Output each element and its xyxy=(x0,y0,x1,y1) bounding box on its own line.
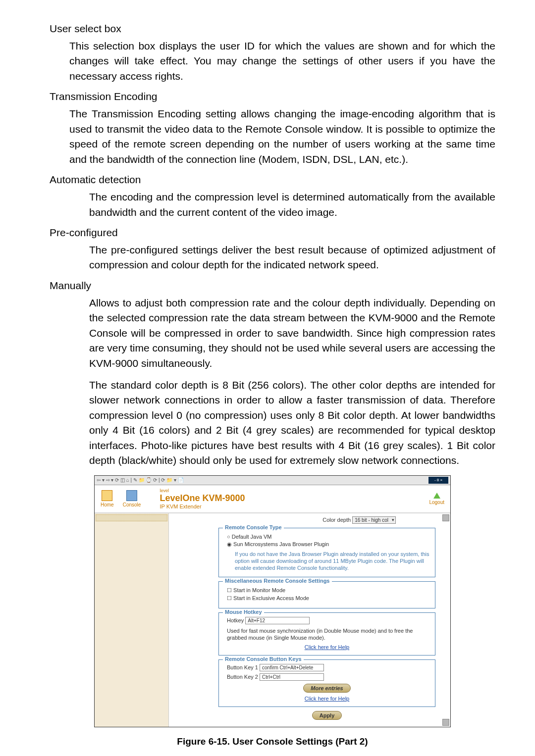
check-exclusive-mode[interactable]: ☐ Start in Exclusive Access Mode xyxy=(227,595,430,602)
heading-automatic-detection: Automatic detection xyxy=(50,174,495,186)
legend-misc-settings: Miscellaneous Remote Console Settings xyxy=(223,578,332,584)
apply-button[interactable]: Apply xyxy=(312,711,342,720)
button-key2-input[interactable]: Ctrl+Ctrl xyxy=(260,673,324,681)
button-key1-label: Button Key 1 xyxy=(227,664,258,670)
hotkey-input[interactable]: Alt+F12 xyxy=(245,617,310,624)
figure-caption: Figure 6-15. User Console Settings (Part… xyxy=(50,736,495,747)
app-title: LevelOne KVM-9000 xyxy=(160,493,245,504)
body-user-select-box: This selection box displays the user ID … xyxy=(69,39,495,84)
fieldset-remote-console-type: Remote Console Type ○ Default Java VM ◉ … xyxy=(218,528,435,577)
heading-pre-configured: Pre-configured xyxy=(50,227,495,239)
body-manually-1: Allows to adjust both compression rate a… xyxy=(89,296,495,371)
sidebar-node[interactable] xyxy=(96,514,167,521)
hotkey-label: Hotkey xyxy=(227,617,244,623)
scrollbar-up[interactable] xyxy=(442,514,449,521)
nav-home[interactable]: Home xyxy=(101,490,114,507)
window-controls[interactable]: - 8 × xyxy=(428,477,448,484)
logout-button[interactable]: Logout xyxy=(429,493,444,505)
body-transmission-encoding: The Transmission Encoding setting allows… xyxy=(69,106,495,167)
more-entries-button[interactable]: More entries xyxy=(303,684,350,693)
fieldset-button-keys: Remote Console Button Keys Button Key 1 … xyxy=(218,659,435,707)
color-depth-label: Color depth xyxy=(322,517,351,523)
nav-console-label: Console xyxy=(123,502,141,507)
console-icon xyxy=(126,490,137,501)
body-automatic-detection: The encoding and the compression level i… xyxy=(89,190,495,220)
button-key1-input[interactable]: confirm Ctrl+Alt+Delete xyxy=(260,664,324,671)
logout-label: Logout xyxy=(429,500,444,505)
nav-home-label: Home xyxy=(101,502,114,507)
legend-remote-console-type: Remote Console Type xyxy=(223,524,284,530)
heading-manually: Manually xyxy=(50,280,495,292)
hotkey-help-link[interactable]: Click here for Help xyxy=(224,644,430,650)
fieldset-misc-settings: Miscellaneous Remote Console Settings ☐ … xyxy=(218,581,435,608)
check-exclusive-mode-label: Start in Exclusive Access Mode xyxy=(233,595,309,601)
check-monitor-mode-label: Start in Monitor Mode xyxy=(233,587,285,593)
body-manually-2: The standard color depth is 8 Bit (256 c… xyxy=(89,378,495,468)
rct-info-text: If you do not have the Java Browser Plug… xyxy=(235,551,430,572)
radio-sun-plugin-label: Sun Microsystems Java Browser Plugin xyxy=(233,541,329,547)
heading-user-select-box: User select box xyxy=(50,23,495,35)
fieldset-mouse-hotkey: Mouse Hotkey Hotkey Alt+F12 Used for fas… xyxy=(218,612,435,656)
embedded-screenshot: ⇦ ▾ ⇨ ▾ ⟳ ◫ ⌂ | ✎ 📁 ⌚ ⟳ | ⟳ 📁 ▾ 📄 - 8 × … xyxy=(94,475,451,727)
radio-sun-plugin[interactable]: ◉ Sun Microsystems Java Browser Plugin xyxy=(227,541,430,548)
legend-button-keys: Remote Console Button Keys xyxy=(223,656,304,662)
content-pane: Color depth 16 bit - high col Remote Con… xyxy=(169,513,450,727)
legend-mouse-hotkey: Mouse Hotkey xyxy=(223,609,264,615)
heading-transmission-encoding: Transmission Encoding xyxy=(50,91,495,102)
radio-default-java[interactable]: ○ Default Java VM xyxy=(227,534,430,540)
body-pre-configured: The pre-configured settings deliver the … xyxy=(89,243,495,273)
toolbar-icons: ⇦ ▾ ⇨ ▾ ⟳ ◫ ⌂ | ✎ 📁 ⌚ ⟳ | ⟳ 📁 ▾ 📄 xyxy=(97,477,184,483)
radio-default-java-label: Default Java VM xyxy=(232,534,272,540)
sidebar xyxy=(95,513,169,727)
browser-toolbar: ⇦ ▾ ⇨ ▾ ⟳ ◫ ⌂ | ✎ 📁 ⌚ ⟳ | ⟳ 📁 ▾ 📄 - 8 × xyxy=(95,476,450,485)
check-monitor-mode[interactable]: ☐ Start in Monitor Mode xyxy=(227,587,430,594)
button-keys-help-link[interactable]: Click here for Help xyxy=(224,696,430,702)
hotkey-info: Used for fast mouse synchronization (in … xyxy=(227,627,430,642)
logout-icon xyxy=(433,493,440,499)
app-header: Home Console level LevelOne KVM-9000 IP … xyxy=(95,485,450,513)
button-key2-label: Button Key 2 xyxy=(227,674,258,680)
scrollbar-down[interactable] xyxy=(442,719,449,726)
color-depth-select[interactable]: 16 bit - high col xyxy=(352,516,396,524)
app-subtitle: IP KVM Extender xyxy=(160,504,245,509)
home-icon xyxy=(102,490,112,501)
nav-console[interactable]: Console xyxy=(123,490,141,507)
brand-small: level xyxy=(160,488,245,493)
